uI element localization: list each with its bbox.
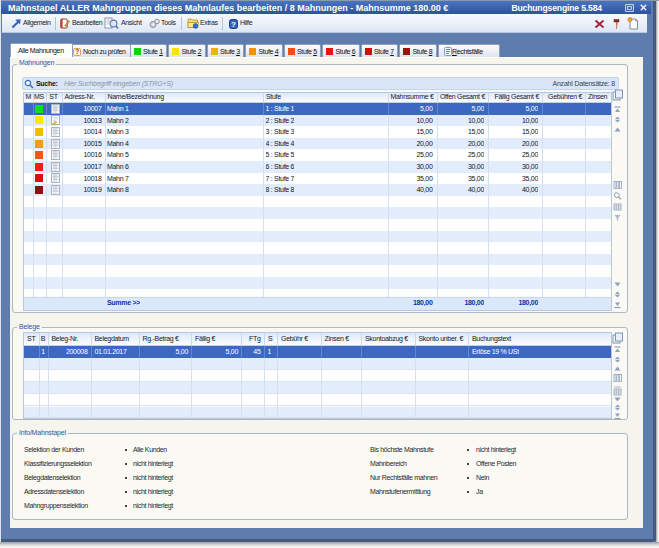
- svg-text:?: ?: [231, 19, 236, 28]
- svg-text:?: ?: [75, 48, 79, 55]
